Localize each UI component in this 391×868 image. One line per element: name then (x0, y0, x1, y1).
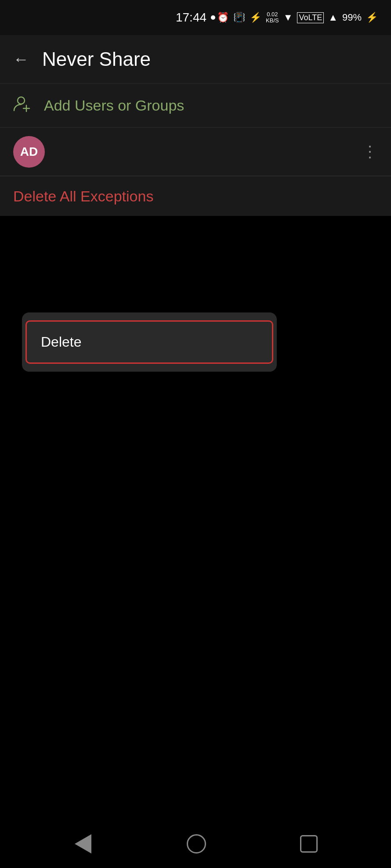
status-icons: ⏰ 📳 ⚡ 0.02 KB/S ▼ VoLTE ▲ 99% ⚡ (217, 11, 378, 24)
more-options-button[interactable]: ⋮ (362, 143, 378, 161)
avatar: AD (13, 136, 45, 168)
home-nav-icon (187, 834, 206, 854)
user-row: AD ⋮ (0, 127, 391, 176)
back-nav-button[interactable] (73, 836, 93, 852)
data-speed-bottom: KB/S (266, 18, 279, 24)
delete-all-exceptions-label: Delete All Exceptions (13, 188, 153, 205)
battery-text: 99% (342, 12, 362, 23)
recents-nav-button[interactable] (300, 835, 318, 853)
add-users-label: Add Users or Groups (44, 97, 184, 114)
recents-nav-icon (300, 835, 318, 853)
home-nav-button[interactable] (187, 834, 206, 854)
delete-menu-item[interactable]: Delete (25, 320, 273, 364)
wifi-icon: ▼ (283, 12, 293, 23)
avatar-initials: AD (20, 145, 38, 159)
data-speed-top: 0.02 (267, 11, 278, 18)
nav-bar (0, 820, 391, 868)
back-nav-icon (75, 834, 91, 854)
status-bar: 17:44 ⏰ 📳 ⚡ 0.02 KB/S ▼ VoLTE ▲ 99% ⚡ (0, 0, 391, 35)
data-speed: 0.02 KB/S (266, 11, 279, 24)
bluetooth-icon: ⚡ (250, 12, 261, 23)
status-time: 17:44 (176, 11, 215, 25)
add-users-icon (13, 95, 31, 116)
add-users-row[interactable]: Add Users or Groups (0, 83, 391, 127)
page-title: Never Share (42, 48, 151, 70)
clock-text: 17:44 (176, 11, 206, 25)
signal-icon: ▲ (328, 12, 338, 23)
charging-icon: ⚡ (366, 12, 378, 23)
app-bar: ← Never Share (0, 35, 391, 83)
back-button[interactable]: ← (13, 50, 29, 68)
volte-icon: VoLTE (297, 12, 324, 23)
delete-all-exceptions-row[interactable]: Delete All Exceptions (0, 176, 391, 216)
svg-point-0 (18, 97, 25, 104)
alarm-icon: ⏰ (217, 12, 229, 23)
vibrate-icon: 📳 (233, 12, 245, 23)
context-menu: Delete (22, 312, 277, 372)
status-dot (211, 15, 215, 20)
